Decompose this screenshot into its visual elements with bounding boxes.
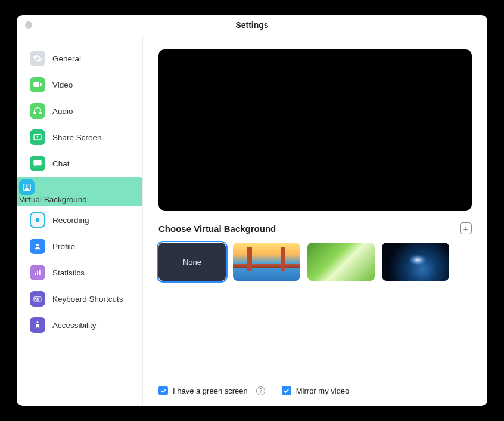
background-option-earth[interactable] [382,243,449,281]
window-controls [25,21,32,29]
svg-point-15 [37,321,39,323]
sidebar-item-label: Recording [52,216,89,225]
section-title: Choose Virtual Background [158,224,276,234]
settings-sidebar: General Video Audio Share Screen [17,35,143,406]
sidebar-item-audio[interactable]: Audio [21,98,138,123]
checkbox-checked-icon [158,386,168,395]
background-options: I have a green screen ? Mirror my video [158,377,472,395]
green-screen-checkbox[interactable]: I have a green screen ? [158,386,265,395]
chat-icon [30,156,45,171]
titlebar: Settings [17,15,487,35]
window-title: Settings [17,20,487,30]
background-option-none[interactable]: None [158,243,226,281]
headphones-icon [30,103,45,119]
svg-rect-14 [36,299,39,300]
gear-icon [30,51,45,66]
sidebar-item-label: General [52,54,81,63]
accessibility-icon [30,317,45,333]
mirror-video-checkbox[interactable]: Mirror my video [282,386,350,395]
svg-rect-13 [38,298,39,299]
video-icon [30,77,45,92]
background-thumbnails: None [158,243,472,281]
vbg-icon [19,179,35,195]
add-background-button[interactable]: + [460,222,472,234]
background-option-grass[interactable] [307,243,375,281]
share-icon [30,129,45,145]
sidebar-item-label: Share Screen [52,133,102,142]
sidebar-item-general[interactable]: General [21,46,138,71]
sidebar-item-video[interactable]: Video [21,72,138,97]
svg-rect-7 [35,273,36,275]
svg-rect-10 [34,297,41,301]
sidebar-item-label: Virtual Background [19,195,87,204]
sidebar-item-accessibility[interactable]: Accessibility [21,312,138,338]
sidebar-item-recording[interactable]: Recording [21,208,138,233]
sidebar-item-virtual-background[interactable]: Virtual Background [17,177,142,206]
checkbox-checked-icon [282,386,291,395]
help-icon[interactable]: ? [256,386,265,395]
sidebar-item-label: Video [52,81,73,89]
svg-rect-9 [39,270,41,275]
choose-background-header: Choose Virtual Background + [158,222,472,234]
settings-window: Settings General Video Audio [17,15,487,406]
sidebar-item-label: Accessibility [52,321,97,330]
window-body: General Video Audio Share Screen [17,35,487,406]
sidebar-item-label: Profile [52,242,75,251]
svg-point-5 [36,218,40,222]
sidebar-item-chat[interactable]: Chat [21,151,138,176]
keyboard-icon [30,291,45,307]
record-icon [30,212,45,228]
svg-rect-0 [34,112,36,114]
sidebar-item-statistics[interactable]: Statistics [21,260,138,285]
svg-rect-11 [35,298,36,299]
sidebar-item-label: Audio [52,107,73,116]
virtual-background-panel: Choose Virtual Background + None [143,35,487,406]
thumb-label: None [183,258,201,267]
sidebar-item-label: Chat [52,159,70,168]
background-option-bridge[interactable] [233,243,300,281]
svg-point-6 [36,244,39,247]
profile-icon [30,239,45,254]
checkbox-label: Mirror my video [296,386,350,395]
sidebar-item-profile[interactable]: Profile [21,234,138,259]
plus-icon: + [463,224,469,233]
svg-rect-8 [37,271,38,275]
sidebar-item-share-screen[interactable]: Share Screen [21,125,138,150]
video-preview [158,49,472,210]
sidebar-item-keyboard-shortcuts[interactable]: Keyboard Shortcuts [21,286,138,311]
svg-point-4 [26,185,28,187]
close-window-button[interactable] [25,21,32,29]
svg-rect-1 [39,112,41,114]
checkbox-label: I have a green screen [173,386,248,395]
sidebar-item-label: Keyboard Shortcuts [52,295,123,304]
sidebar-item-label: Statistics [52,268,85,277]
stats-icon [30,265,45,280]
svg-rect-12 [37,298,38,299]
